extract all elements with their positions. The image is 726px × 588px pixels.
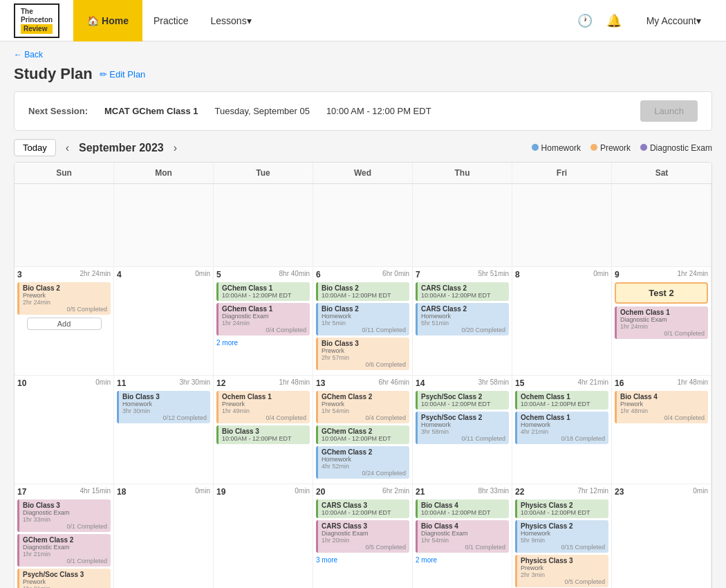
prework-legend: Prework	[590, 143, 631, 153]
event-bio-class4-sep21[interactable]: Bio Class 4 10:00AM - 12:00PM EDT	[416, 499, 509, 518]
header-right: 🕐 🔔 My Account ▾	[577, 0, 712, 42]
calendar-grid: 3 2hr 24min Bio Class 2 Prework 2hr 24mi…	[15, 184, 711, 588]
event-psych-soc-class2-hw[interactable]: Psych/Soc Class 2 Homework 3hr 58min 0/1…	[416, 412, 509, 444]
next-session-bar: Next Session: MCAT GChem Class 1 Tuesday…	[14, 91, 712, 131]
clock-icon[interactable]: 🕐	[577, 13, 593, 28]
cell-sep12: 12 1hr 48min Ochem Class 1 Prework 1hr 4…	[214, 376, 313, 484]
calendar-controls: Today ‹ September 2023 › Homework Prewor…	[0, 139, 726, 162]
cell-sep17: 17 4hr 15min Bio Class 3 Diagnostic Exam…	[15, 484, 114, 588]
event-bio-class2-prework[interactable]: Bio Class 2 Prework 2hr 24min 0/5 Comple…	[17, 282, 111, 315]
event-ochem-class1-diag-sep9[interactable]: Ochem Class 1 Diagnostic Exam 1hr 24min …	[615, 306, 708, 339]
day-header-mon: Mon	[114, 163, 214, 183]
cell-aug31	[413, 184, 512, 267]
more-link-sep20[interactable]: 3 more	[316, 555, 409, 565]
page-title-row: Study Plan ✏ Edit Plan	[0, 62, 726, 91]
cell-aug30	[313, 184, 413, 267]
event-gchem-class1-diag[interactable]: GChem Class 1 Diagnostic Exam 1hr 24min …	[216, 303, 310, 336]
logo[interactable]: The Princeton Review	[14, 3, 59, 38]
cell-sep9: 9 1hr 24min Test 2 Ochem Class 1 Diagnos…	[612, 267, 711, 376]
event-bio-class4-diag[interactable]: Bio Class 4 Diagnostic Exam 1hr 54min 0/…	[416, 520, 509, 553]
day-header-tue: Tue	[214, 163, 313, 183]
diagnostic-dot	[640, 144, 647, 151]
logo-line2: Princeton	[21, 16, 53, 24]
cell-sep23: 23 0min	[612, 484, 711, 588]
add-button-sep3[interactable]: Add	[27, 318, 102, 330]
event-gchem-class2-diag[interactable]: GChem Class 2 Diagnostic Exam 1hr 21min …	[17, 534, 111, 567]
cell-sep7: 7 5hr 51min CARS Class 2 10:00AM - 12:00…	[413, 267, 512, 376]
event-cars-class2-hw[interactable]: CARS Class 2 Homework 5hr 51min 0/20 Com…	[416, 303, 509, 336]
event-gchem-class1-sep5[interactable]: GChem Class 1 10:00AM - 12:00PM EDT	[216, 282, 310, 301]
cell-sep18: 18 0min	[114, 484, 214, 588]
homework-dot	[532, 144, 539, 151]
today-button[interactable]: Today	[14, 139, 56, 156]
cell-sep16: 16 1hr 48min Bio Class 4 Prework 1hr 48m…	[612, 376, 711, 484]
event-physics-class2-hw[interactable]: Physics Class 2 Homework 5hr 9min 0/15 C…	[515, 520, 608, 553]
logo-line1: The	[21, 8, 53, 16]
nav-practice[interactable]: Practice	[142, 0, 200, 42]
cell-sep1	[512, 184, 612, 267]
cell-sep11: 11 3hr 30min Bio Class 3 Homework 3hr 30…	[114, 376, 214, 484]
cell-sep2	[612, 184, 711, 267]
calendar-header: Sun Mon Tue Wed Thu Fri Sat	[15, 163, 711, 184]
bell-icon[interactable]: 🔔	[606, 13, 622, 28]
event-test2[interactable]: Test 2	[615, 282, 708, 304]
event-bio-class2-sep6[interactable]: Bio Class 2 10:00AM - 12:00PM EDT	[316, 282, 409, 301]
cell-sep21: 21 8hr 33min Bio Class 4 10:00AM - 12:00…	[413, 484, 512, 588]
next-session-time: 10:00 AM - 12:00 PM EDT	[326, 106, 431, 116]
nav-account[interactable]: My Account ▾	[635, 0, 712, 42]
event-cars-class2-sep7[interactable]: CARS Class 2 10:00AM - 12:00PM EDT	[416, 282, 509, 301]
back-link[interactable]: ← Back	[14, 50, 43, 59]
next-session-date: Tuesday, September 05	[215, 106, 310, 116]
nav-home[interactable]: 🏠 Home	[73, 0, 142, 42]
day-header-thu: Thu	[413, 163, 512, 183]
cell-sep10: 10 0min	[15, 376, 114, 484]
event-bio-class3-prework-sep6[interactable]: Bio Class 3 Prework 2hr 57min 0/6 Comple…	[316, 338, 409, 370]
event-physics-class2-sep22[interactable]: Physics Class 2 10:00AM - 12:00PM EDT	[515, 499, 608, 518]
page-title: Study Plan	[14, 65, 93, 83]
next-session-label: Next Session:	[28, 106, 88, 116]
cell-aug27	[15, 184, 114, 267]
cell-sep22: 22 7hr 12min Physics Class 2 10:00AM - 1…	[512, 484, 612, 588]
nav-lessons[interactable]: Lessons ▾	[200, 0, 263, 42]
event-gchem-class2-prework[interactable]: GChem Class 2 Prework 1hr 54min 0/4 Comp…	[316, 391, 409, 423]
next-session-name: MCAT GChem Class 1	[104, 106, 198, 116]
day-header-sun: Sun	[15, 163, 114, 183]
edit-plan-link[interactable]: ✏ Edit Plan	[100, 69, 146, 80]
cell-sep8: 8 0min	[512, 267, 612, 376]
event-ochem-class1-sep15[interactable]: Ochem Class 1 10:00AM - 12:00PM EDT	[515, 391, 608, 410]
event-gchem-class2-hw[interactable]: GChem Class 2 Homework 4hr 52min 0/24 Co…	[316, 446, 409, 479]
cell-sep15: 15 4hr 21min Ochem Class 1 10:00AM - 12:…	[512, 376, 612, 484]
event-bio-class3-sep12[interactable]: Bio Class 3 10:00AM - 12:00PM EDT	[216, 425, 310, 444]
event-psych-soc-class2-sep14[interactable]: Psych/Soc Class 2 10:00AM - 12:00PM EDT	[416, 391, 509, 410]
event-bio-class3-hw[interactable]: Bio Class 3 Homework 3hr 30min 0/12 Comp…	[117, 391, 210, 423]
event-bio-class2-hw[interactable]: Bio Class 2 Homework 1hr 5min 0/11 Compl…	[316, 303, 409, 336]
legend: Homework Prework Diagnostic Exam	[532, 143, 712, 153]
event-ochem-class1-hw[interactable]: Ochem Class 1 Homework 4hr 21min 0/18 Co…	[515, 412, 608, 444]
event-bio-class3-diag[interactable]: Bio Class 3 Diagnostic Exam 1hr 33min 0/…	[17, 499, 111, 532]
calendar-month: September 2023	[79, 142, 164, 154]
homework-legend: Homework	[532, 143, 581, 153]
event-ochem-class1-prework[interactable]: Ochem Class 1 Prework 1hr 49min 0/4 Comp…	[216, 391, 310, 423]
cell-sep3: 3 2hr 24min Bio Class 2 Prework 2hr 24mi…	[15, 267, 114, 376]
event-gchem-class2-sep13[interactable]: GChem Class 2 10:00AM - 12:00PM EDT	[316, 425, 409, 444]
breadcrumb: ← Back	[0, 42, 726, 62]
event-bio-class4-prework[interactable]: Bio Class 4 Prework 1hr 48min 0/4 Comple…	[615, 391, 708, 423]
event-psych-soc-class3-prework[interactable]: Psych/Soc Class 3 Prework 1hr 21min 0/5 …	[17, 569, 111, 588]
prev-month-button[interactable]: ‹	[63, 142, 72, 154]
event-physics-class3-prework[interactable]: Physics Class 3 Prework 2hr 3min 0/5 Com…	[515, 555, 608, 587]
launch-button[interactable]: Launch	[640, 100, 698, 122]
event-cars-class3-sep20[interactable]: CARS Class 3 10:00AM - 12:00PM EDT	[316, 499, 409, 518]
cell-aug29	[214, 184, 313, 267]
more-link-sep21[interactable]: 2 more	[416, 555, 509, 565]
next-month-button[interactable]: ›	[171, 142, 180, 154]
cell-sep14: 14 3hr 58min Psych/Soc Class 2 10:00AM -…	[413, 376, 512, 484]
cell-sep5: 5 8hr 40min GChem Class 1 10:00AM - 12:0…	[214, 267, 313, 376]
cell-sep19: 19 0min	[214, 484, 313, 588]
more-link-sep5[interactable]: 2 more	[216, 338, 310, 348]
day-header-fri: Fri	[512, 163, 612, 183]
cell-sep20: 20 6hr 2min CARS Class 3 10:00AM - 12:00…	[313, 484, 413, 588]
event-cars-class3-diag[interactable]: CARS Class 3 Diagnostic Exam 1hr 20min 0…	[316, 520, 409, 553]
cell-sep4: 4 0min	[114, 267, 214, 376]
calendar: Sun Mon Tue Wed Thu Fri Sat 3 2hr 24min …	[14, 162, 712, 588]
day-header-wed: Wed	[313, 163, 413, 183]
